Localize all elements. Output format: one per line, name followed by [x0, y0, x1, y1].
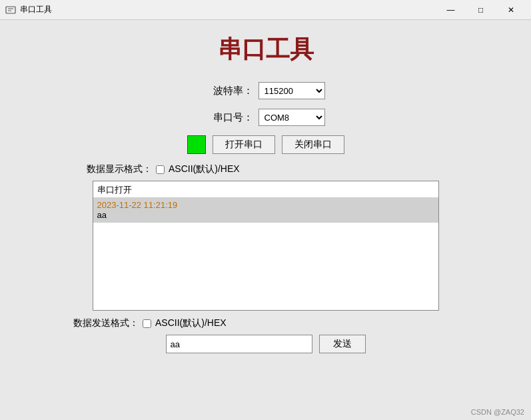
close-port-button[interactable]: 关闭串口 — [282, 135, 344, 154]
svg-rect-0 — [6, 7, 15, 13]
status-indicator — [187, 135, 206, 154]
maximize-button[interactable]: □ — [466, 0, 496, 20]
title-bar: 串口工具 — □ ✕ — [0, 0, 531, 20]
display-format-row: 数据显示格式： ASCII(默认)/HEX — [87, 163, 240, 175]
baud-rate-row: 波特率： 9600 19200 38400 57600 115200 — [207, 82, 325, 99]
title-bar-controls: — □ ✕ — [436, 0, 526, 20]
baud-rate-select[interactable]: 9600 19200 38400 57600 115200 — [259, 82, 325, 99]
port-row: 串口号： COM1 COM2 COM3 COM4 COM5 COM6 COM7 … — [207, 109, 325, 126]
minimize-button[interactable]: — — [436, 0, 466, 20]
title-bar-title: 串口工具 — [20, 4, 52, 15]
send-row: 发送 — [166, 335, 366, 353]
baud-rate-label: 波特率： — [207, 85, 253, 97]
app-icon — [5, 5, 16, 15]
close-button[interactable]: ✕ — [496, 0, 526, 20]
display-timestamp: 2023-11-22 11:21:19 — [97, 200, 434, 210]
send-format-checkbox-label: ASCII(默认)/HEX — [155, 317, 227, 329]
display-open-text: 串口打开 — [93, 181, 438, 197]
display-format-label: 数据显示格式： — [87, 163, 152, 175]
main-content: 串口工具 波特率： 9600 19200 38400 57600 115200 … — [0, 20, 531, 420]
title-bar-left: 串口工具 — [5, 4, 52, 15]
send-format-label: 数据发送格式： — [73, 317, 139, 329]
port-select[interactable]: COM1 COM2 COM3 COM4 COM5 COM6 COM7 COM8 — [259, 109, 325, 126]
send-format-row: 数据发送格式： ASCII(默认)/HEX — [73, 317, 227, 329]
display-data: aa — [97, 210, 434, 220]
display-format-checkbox-label: ASCII(默认)/HEX — [169, 163, 240, 175]
controls-row: 打开串口 关闭串口 — [187, 135, 344, 154]
send-format-checkbox[interactable] — [143, 319, 151, 328]
send-input[interactable] — [166, 335, 312, 353]
watermark: CSDN @ZAQ32 — [471, 408, 524, 416]
display-area: 串口打开 2023-11-22 11:21:19 aa — [93, 181, 439, 311]
send-button[interactable]: 发送 — [319, 335, 366, 353]
app-title: 串口工具 — [218, 33, 314, 66]
port-label: 串口号： — [207, 111, 253, 124]
open-port-button[interactable]: 打开串口 — [213, 135, 275, 154]
display-format-checkbox[interactable] — [156, 165, 165, 174]
display-highlighted-block: 2023-11-22 11:21:19 aa — [93, 197, 438, 223]
display-white-block — [93, 223, 438, 276]
